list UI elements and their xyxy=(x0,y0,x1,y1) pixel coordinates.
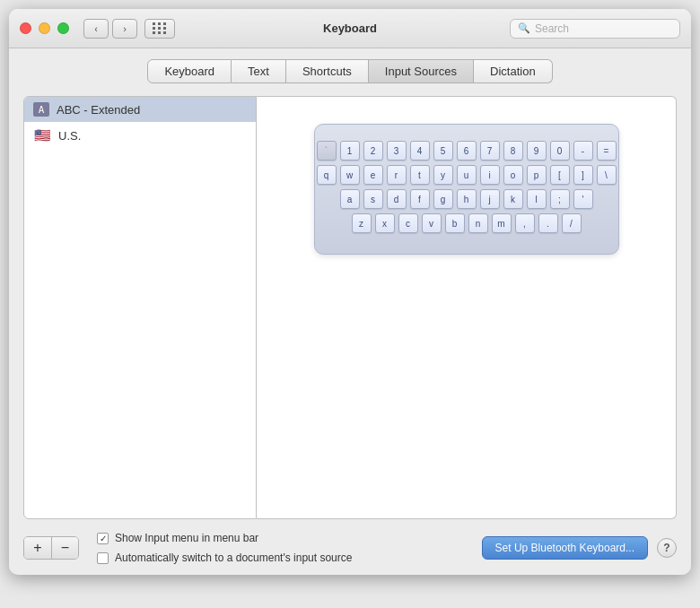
bottom-right-controls: Set Up Bluetooth Keyboard... ? xyxy=(482,536,677,560)
kbd-key: / xyxy=(562,213,582,233)
keyboard-visual: ` 1 2 3 4 5 6 7 8 9 0 - = q w xyxy=(314,124,619,255)
close-button[interactable] xyxy=(20,22,31,34)
keyboard-preview-panel: ` 1 2 3 4 5 6 7 8 9 0 - = q w xyxy=(257,96,677,519)
back-icon: ‹ xyxy=(94,23,98,34)
kbd-key: o xyxy=(503,165,523,185)
source-list: A ABC - Extended 🇺🇸 U.S. xyxy=(23,96,257,519)
kbd-key: 5 xyxy=(433,141,453,161)
traffic-lights xyxy=(20,22,69,34)
kbd-key: k xyxy=(503,189,523,209)
tab-shortcuts[interactable]: Shortcuts xyxy=(286,59,369,83)
source-label-us: U.S. xyxy=(58,129,81,143)
kbd-key: z xyxy=(352,213,372,233)
tab-keyboard[interactable]: Keyboard xyxy=(147,59,232,83)
kbd-key: g xyxy=(433,189,453,209)
checkboxes: ✓ Show Input menu in menu bar Automatica… xyxy=(97,532,352,564)
kbd-key: 2 xyxy=(363,141,383,161)
kbd-key: m xyxy=(492,213,512,233)
tab-input-sources[interactable]: Input Sources xyxy=(369,59,474,83)
show-menu-bar-row: ✓ Show Input menu in menu bar xyxy=(97,532,352,544)
help-button[interactable]: ? xyxy=(657,538,677,558)
kbd-key: e xyxy=(363,165,383,185)
kbd-key: x xyxy=(375,213,395,233)
kbd-key: [ xyxy=(550,165,570,185)
search-icon: 🔍 xyxy=(518,22,530,34)
auto-switch-checkbox[interactable] xyxy=(97,552,109,564)
minimize-button[interactable] xyxy=(39,22,50,34)
back-button[interactable]: ‹ xyxy=(83,19,109,39)
us-flag-icon: 🇺🇸 xyxy=(33,127,51,143)
kbd-key: 0 xyxy=(550,141,570,161)
tab-text[interactable]: Text xyxy=(232,59,286,83)
kbd-key: l xyxy=(527,189,547,209)
kbd-key: 7 xyxy=(480,141,500,161)
kbd-row-4: z x c v b n m , . / xyxy=(335,213,599,233)
add-source-button[interactable]: + xyxy=(24,537,51,559)
setup-bluetooth-button[interactable]: Set Up Bluetooth Keyboard... xyxy=(482,536,648,560)
forward-icon: › xyxy=(123,23,127,34)
kbd-key: s xyxy=(363,189,383,209)
source-item-abc-extended[interactable]: A ABC - Extended xyxy=(24,97,256,122)
kbd-key: f xyxy=(410,189,430,209)
show-menu-bar-label: Show Input menu in menu bar xyxy=(115,532,258,544)
kbd-key: ] xyxy=(573,165,593,185)
source-label-abc: ABC - Extended xyxy=(57,103,140,117)
kbd-key: r xyxy=(387,165,407,185)
kbd-key: ' xyxy=(573,189,593,209)
kbd-key: 6 xyxy=(457,141,477,161)
kbd-row-3: a s d f g h j k l ; ' xyxy=(335,189,599,209)
source-item-us[interactable]: 🇺🇸 U.S. xyxy=(24,122,256,149)
keyboard-preferences-window: ‹ › Keyboard 🔍 Search Keyboard Text xyxy=(9,9,691,575)
tabs-bar: Keyboard Text Shortcuts Input Sources Di… xyxy=(9,48,691,83)
kbd-key: h xyxy=(457,189,477,209)
kbd-row-2: q w e r t y u i o p [ ] \ xyxy=(335,165,599,185)
kbd-key: 8 xyxy=(503,141,523,161)
kbd-key: a xyxy=(340,189,360,209)
show-menu-bar-checkbox[interactable]: ✓ xyxy=(97,533,109,544)
search-box[interactable]: 🔍 Search xyxy=(510,19,680,39)
kbd-key: , xyxy=(515,213,535,233)
nav-buttons: ‹ › xyxy=(83,19,137,39)
kbd-key: 1 xyxy=(340,141,360,161)
kbd-key: y xyxy=(433,165,453,185)
kbd-key: = xyxy=(597,141,617,161)
kbd-key: 9 xyxy=(527,141,547,161)
tab-dictation[interactable]: Dictation xyxy=(474,59,553,83)
kbd-key: j xyxy=(480,189,500,209)
kbd-key: 4 xyxy=(410,141,430,161)
kbd-key: q xyxy=(317,165,337,185)
kbd-key: i xyxy=(480,165,500,185)
kbd-key: u xyxy=(457,165,477,185)
kbd-row-1: ` 1 2 3 4 5 6 7 8 9 0 - = xyxy=(335,141,599,161)
auto-switch-label: Automatically switch to a document's inp… xyxy=(115,552,352,564)
search-placeholder: Search xyxy=(535,22,569,35)
checkmark-icon: ✓ xyxy=(100,534,107,543)
kbd-key: t xyxy=(410,165,430,185)
main-content: A ABC - Extended 🇺🇸 U.S. ` 1 2 3 4 5 6 xyxy=(9,83,691,532)
kbd-key: d xyxy=(387,189,407,209)
kbd-key: - xyxy=(573,141,593,161)
abc-icon: A xyxy=(33,102,49,117)
remove-source-button[interactable]: − xyxy=(51,537,78,559)
kbd-key: n xyxy=(468,213,488,233)
plus-icon: + xyxy=(33,540,41,556)
maximize-button[interactable] xyxy=(57,22,69,34)
kbd-key: p xyxy=(527,165,547,185)
kbd-key: . xyxy=(538,213,558,233)
forward-button[interactable]: › xyxy=(112,19,137,39)
kbd-key: \ xyxy=(597,165,617,185)
kbd-key: ; xyxy=(550,189,570,209)
auto-switch-row: Automatically switch to a document's inp… xyxy=(97,552,352,564)
kbd-key: b xyxy=(445,213,465,233)
kbd-key: 3 xyxy=(387,141,407,161)
add-remove-buttons: + − xyxy=(23,536,79,560)
window-title: Keyboard xyxy=(323,22,377,35)
kbd-key: ` xyxy=(317,141,337,161)
minus-icon: − xyxy=(61,540,69,556)
titlebar: ‹ › Keyboard 🔍 Search xyxy=(9,9,691,48)
grid-icon xyxy=(153,22,167,34)
grid-button[interactable] xyxy=(144,19,175,39)
kbd-key: w xyxy=(340,165,360,185)
kbd-key: v xyxy=(422,213,442,233)
bottom-bar: + − ✓ Show Input menu in menu bar Automa… xyxy=(9,532,691,575)
